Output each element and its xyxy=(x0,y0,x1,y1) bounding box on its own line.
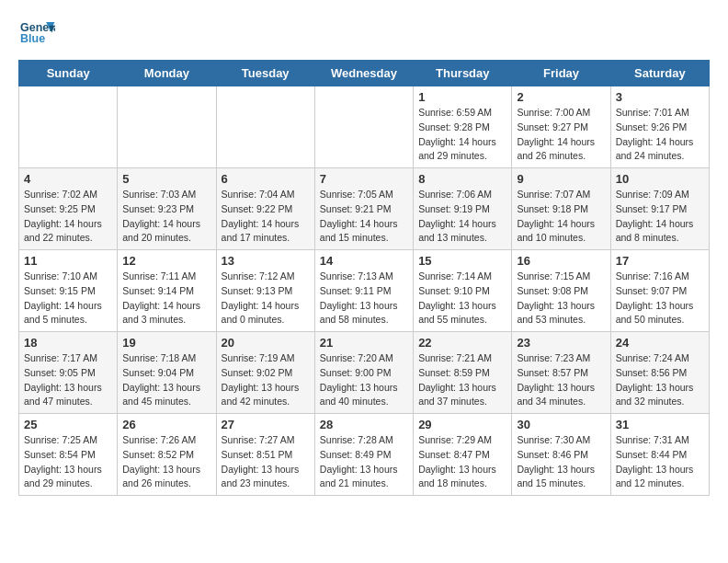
calendar-table: SundayMondayTuesdayWednesdayThursdayFrid… xyxy=(18,60,710,496)
day-info: Sunrise: 7:14 AM Sunset: 9:10 PM Dayligh… xyxy=(418,270,506,327)
day-info: Sunrise: 7:09 AM Sunset: 9:17 PM Dayligh… xyxy=(616,188,704,246)
day-info: Sunrise: 7:18 AM Sunset: 9:04 PM Dayligh… xyxy=(122,351,210,409)
calendar-cell: 12Sunrise: 7:11 AM Sunset: 9:14 PM Dayli… xyxy=(118,250,216,332)
day-info: Sunrise: 7:28 AM Sunset: 8:49 PM Dayligh… xyxy=(320,433,408,491)
day-info: Sunrise: 7:24 AM Sunset: 8:56 PM Dayligh… xyxy=(616,351,704,409)
day-number: 24 xyxy=(616,336,704,350)
column-header-wednesday: Wednesday xyxy=(314,61,413,86)
day-number: 5 xyxy=(122,172,210,186)
svg-text:Blue: Blue xyxy=(20,32,45,45)
day-info: Sunrise: 7:11 AM Sunset: 9:14 PM Dayligh… xyxy=(122,270,210,327)
day-number: 17 xyxy=(616,254,704,268)
day-info: Sunrise: 7:17 AM Sunset: 9:05 PM Dayligh… xyxy=(24,351,112,409)
day-number: 13 xyxy=(222,254,310,268)
day-number: 29 xyxy=(418,418,506,431)
calendar-cell xyxy=(118,86,216,168)
day-info: Sunrise: 7:00 AM Sunset: 9:27 PM Dayligh… xyxy=(517,106,605,164)
day-number: 21 xyxy=(320,336,408,350)
column-header-thursday: Thursday xyxy=(414,61,512,86)
day-info: Sunrise: 6:59 AM Sunset: 9:28 PM Dayligh… xyxy=(418,106,506,164)
day-info: Sunrise: 7:29 AM Sunset: 8:47 PM Dayligh… xyxy=(418,433,506,491)
day-number: 12 xyxy=(122,254,210,268)
day-number: 11 xyxy=(24,254,112,268)
day-info: Sunrise: 7:16 AM Sunset: 9:07 PM Dayligh… xyxy=(616,270,704,327)
column-header-sunday: Sunday xyxy=(19,61,118,86)
calendar-cell xyxy=(314,86,413,168)
calendar-cell: 7Sunrise: 7:05 AM Sunset: 9:21 PM Daylig… xyxy=(314,168,413,250)
day-number: 27 xyxy=(222,418,310,431)
day-info: Sunrise: 7:07 AM Sunset: 9:18 PM Dayligh… xyxy=(517,188,605,246)
day-number: 15 xyxy=(418,254,506,268)
calendar-cell: 29Sunrise: 7:29 AM Sunset: 8:47 PM Dayli… xyxy=(414,414,512,496)
day-info: Sunrise: 7:03 AM Sunset: 9:23 PM Dayligh… xyxy=(122,188,210,246)
day-number: 10 xyxy=(616,172,704,186)
calendar-cell: 1Sunrise: 6:59 AM Sunset: 9:28 PM Daylig… xyxy=(414,86,512,168)
calendar-cell: 15Sunrise: 7:14 AM Sunset: 9:10 PM Dayli… xyxy=(414,250,512,332)
day-info: Sunrise: 7:25 AM Sunset: 8:54 PM Dayligh… xyxy=(24,433,112,491)
day-info: Sunrise: 7:21 AM Sunset: 8:59 PM Dayligh… xyxy=(418,351,506,409)
calendar-cell xyxy=(19,86,118,168)
calendar-cell: 2Sunrise: 7:00 AM Sunset: 9:27 PM Daylig… xyxy=(512,86,610,168)
calendar-cell: 14Sunrise: 7:13 AM Sunset: 9:11 PM Dayli… xyxy=(314,250,413,332)
day-number: 18 xyxy=(24,336,112,350)
day-number: 7 xyxy=(320,172,408,186)
calendar-cell: 11Sunrise: 7:10 AM Sunset: 9:15 PM Dayli… xyxy=(19,250,118,332)
page-header: General Blue xyxy=(18,18,710,51)
calendar-cell: 28Sunrise: 7:28 AM Sunset: 8:49 PM Dayli… xyxy=(314,414,413,496)
calendar-cell: 25Sunrise: 7:25 AM Sunset: 8:54 PM Dayli… xyxy=(19,414,118,496)
day-number: 3 xyxy=(616,90,704,104)
calendar-cell: 21Sunrise: 7:20 AM Sunset: 9:00 PM Dayli… xyxy=(314,332,413,414)
calendar-cell: 22Sunrise: 7:21 AM Sunset: 8:59 PM Dayli… xyxy=(414,332,512,414)
calendar-cell: 13Sunrise: 7:12 AM Sunset: 9:13 PM Dayli… xyxy=(216,250,314,332)
day-number: 8 xyxy=(418,172,506,186)
logo: General Blue xyxy=(18,18,59,51)
day-number: 20 xyxy=(222,336,310,350)
day-number: 28 xyxy=(320,418,408,431)
calendar-cell: 10Sunrise: 7:09 AM Sunset: 9:17 PM Dayli… xyxy=(610,168,709,250)
calendar-cell: 20Sunrise: 7:19 AM Sunset: 9:02 PM Dayli… xyxy=(216,332,314,414)
day-number: 23 xyxy=(517,336,605,350)
column-header-tuesday: Tuesday xyxy=(216,61,314,86)
day-number: 31 xyxy=(616,418,704,431)
day-number: 25 xyxy=(24,418,112,431)
day-number: 9 xyxy=(517,172,605,186)
calendar-cell: 9Sunrise: 7:07 AM Sunset: 9:18 PM Daylig… xyxy=(512,168,610,250)
day-info: Sunrise: 7:06 AM Sunset: 9:19 PM Dayligh… xyxy=(418,188,506,246)
day-info: Sunrise: 7:13 AM Sunset: 9:11 PM Dayligh… xyxy=(320,270,408,327)
calendar-cell: 24Sunrise: 7:24 AM Sunset: 8:56 PM Dayli… xyxy=(610,332,709,414)
calendar-cell: 18Sunrise: 7:17 AM Sunset: 9:05 PM Dayli… xyxy=(19,332,118,414)
day-number: 16 xyxy=(517,254,605,268)
calendar-cell: 26Sunrise: 7:26 AM Sunset: 8:52 PM Dayli… xyxy=(118,414,216,496)
day-info: Sunrise: 7:23 AM Sunset: 8:57 PM Dayligh… xyxy=(517,351,605,409)
calendar-cell: 30Sunrise: 7:30 AM Sunset: 8:46 PM Dayli… xyxy=(512,414,610,496)
calendar-cell: 8Sunrise: 7:06 AM Sunset: 9:19 PM Daylig… xyxy=(414,168,512,250)
calendar-cell xyxy=(216,86,314,168)
day-info: Sunrise: 7:15 AM Sunset: 9:08 PM Dayligh… xyxy=(517,270,605,327)
day-info: Sunrise: 7:31 AM Sunset: 8:44 PM Dayligh… xyxy=(616,433,704,491)
day-number: 4 xyxy=(24,172,112,186)
day-number: 1 xyxy=(418,90,506,104)
day-number: 30 xyxy=(517,418,605,431)
column-header-friday: Friday xyxy=(512,61,610,86)
day-info: Sunrise: 7:30 AM Sunset: 8:46 PM Dayligh… xyxy=(517,433,605,491)
day-info: Sunrise: 7:26 AM Sunset: 8:52 PM Dayligh… xyxy=(122,433,210,491)
column-header-saturday: Saturday xyxy=(610,61,709,86)
column-header-monday: Monday xyxy=(118,61,216,86)
day-info: Sunrise: 7:12 AM Sunset: 9:13 PM Dayligh… xyxy=(222,270,310,327)
day-info: Sunrise: 7:19 AM Sunset: 9:02 PM Dayligh… xyxy=(222,351,310,409)
day-number: 14 xyxy=(320,254,408,268)
day-number: 22 xyxy=(418,336,506,350)
calendar-cell: 16Sunrise: 7:15 AM Sunset: 9:08 PM Dayli… xyxy=(512,250,610,332)
calendar-cell: 31Sunrise: 7:31 AM Sunset: 8:44 PM Dayli… xyxy=(610,414,709,496)
day-info: Sunrise: 7:04 AM Sunset: 9:22 PM Dayligh… xyxy=(222,188,310,246)
calendar-cell: 19Sunrise: 7:18 AM Sunset: 9:04 PM Dayli… xyxy=(118,332,216,414)
day-info: Sunrise: 7:05 AM Sunset: 9:21 PM Dayligh… xyxy=(320,188,408,246)
calendar-cell: 6Sunrise: 7:04 AM Sunset: 9:22 PM Daylig… xyxy=(216,168,314,250)
day-number: 19 xyxy=(122,336,210,350)
calendar-cell: 17Sunrise: 7:16 AM Sunset: 9:07 PM Dayli… xyxy=(610,250,709,332)
day-info: Sunrise: 7:02 AM Sunset: 9:25 PM Dayligh… xyxy=(24,188,112,246)
calendar-cell: 23Sunrise: 7:23 AM Sunset: 8:57 PM Dayli… xyxy=(512,332,610,414)
day-number: 2 xyxy=(517,90,605,104)
calendar-cell: 27Sunrise: 7:27 AM Sunset: 8:51 PM Dayli… xyxy=(216,414,314,496)
logo-icon: General Blue xyxy=(18,18,55,51)
